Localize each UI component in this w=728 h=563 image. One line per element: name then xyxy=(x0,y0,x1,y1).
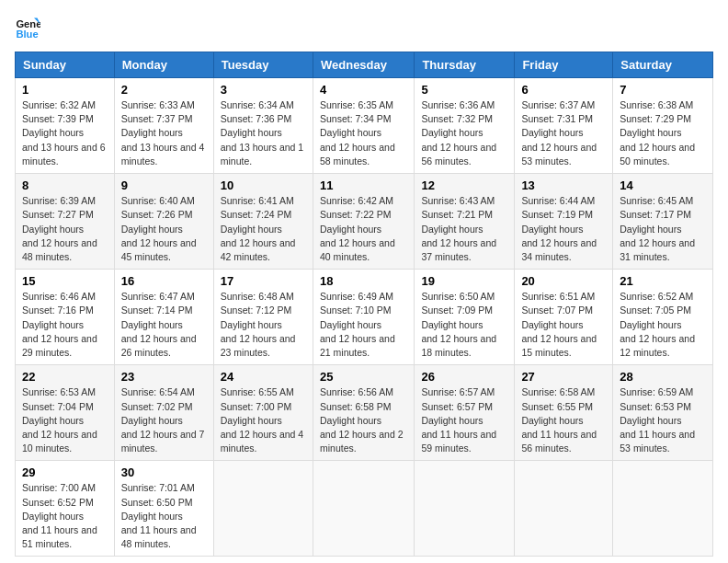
day-info: Sunrise: 6:36 AM Sunset: 7:32 PM Dayligh… xyxy=(421,98,507,168)
day-info: Sunrise: 6:52 AM Sunset: 7:05 PM Dayligh… xyxy=(620,290,706,360)
day-of-week-header: Saturday xyxy=(613,52,713,78)
day-info: Sunrise: 6:55 AM Sunset: 7:00 PM Dayligh… xyxy=(221,385,306,455)
day-info: Sunrise: 6:38 AM Sunset: 7:29 PM Dayligh… xyxy=(620,98,706,168)
day-info: Sunrise: 7:00 AM Sunset: 6:52 PM Dayligh… xyxy=(22,481,108,551)
day-number: 8 xyxy=(22,178,108,192)
day-number: 10 xyxy=(221,178,306,192)
calendar-cell: 15 Sunrise: 6:46 AM Sunset: 7:16 PM Dayl… xyxy=(16,270,115,365)
day-number: 11 xyxy=(320,178,407,192)
calendar-week-row: 8 Sunrise: 6:39 AM Sunset: 7:27 PM Dayli… xyxy=(16,174,713,270)
day-number: 18 xyxy=(320,274,407,288)
day-number: 15 xyxy=(22,274,108,288)
calendar-cell: 6 Sunrise: 6:37 AM Sunset: 7:31 PM Dayli… xyxy=(515,78,613,174)
day-of-week-header: Tuesday xyxy=(213,52,313,78)
calendar-cell: 3 Sunrise: 6:34 AM Sunset: 7:36 PM Dayli… xyxy=(213,78,313,174)
day-number: 27 xyxy=(521,370,606,384)
calendar-cell: 2 Sunrise: 6:33 AM Sunset: 7:37 PM Dayli… xyxy=(114,78,213,174)
day-number: 5 xyxy=(421,83,507,97)
day-info: Sunrise: 6:56 AM Sunset: 6:58 PM Dayligh… xyxy=(320,385,407,455)
calendar-header-row: SundayMondayTuesdayWednesdayThursdayFrid… xyxy=(16,52,713,78)
calendar-cell xyxy=(213,461,313,557)
day-number: 6 xyxy=(521,83,606,97)
calendar-cell: 25 Sunrise: 6:56 AM Sunset: 6:58 PM Dayl… xyxy=(313,365,414,461)
day-number: 7 xyxy=(620,83,706,97)
day-number: 21 xyxy=(620,274,706,288)
day-info: Sunrise: 6:58 AM Sunset: 6:55 PM Dayligh… xyxy=(521,385,606,455)
calendar-week-row: 1 Sunrise: 6:32 AM Sunset: 7:39 PM Dayli… xyxy=(16,78,713,174)
day-info: Sunrise: 6:44 AM Sunset: 7:19 PM Dayligh… xyxy=(521,194,606,264)
day-number: 9 xyxy=(121,178,207,192)
calendar-cell: 9 Sunrise: 6:40 AM Sunset: 7:26 PM Dayli… xyxy=(114,174,213,270)
calendar-cell: 26 Sunrise: 6:57 AM Sunset: 6:57 PM Dayl… xyxy=(415,365,515,461)
calendar-cell xyxy=(613,461,713,557)
day-number: 3 xyxy=(221,83,306,97)
day-number: 30 xyxy=(121,465,207,479)
day-number: 22 xyxy=(22,370,108,384)
day-info: Sunrise: 6:54 AM Sunset: 7:02 PM Dayligh… xyxy=(121,385,207,455)
calendar-table: SundayMondayTuesdayWednesdayThursdayFrid… xyxy=(15,52,713,557)
day-info: Sunrise: 6:53 AM Sunset: 7:04 PM Dayligh… xyxy=(22,385,108,455)
calendar-cell xyxy=(415,461,515,557)
day-number: 19 xyxy=(421,274,507,288)
calendar-cell: 27 Sunrise: 6:58 AM Sunset: 6:55 PM Dayl… xyxy=(515,365,613,461)
day-number: 26 xyxy=(421,370,507,384)
calendar-cell: 13 Sunrise: 6:44 AM Sunset: 7:19 PM Dayl… xyxy=(515,174,613,270)
calendar-cell: 20 Sunrise: 6:51 AM Sunset: 7:07 PM Dayl… xyxy=(515,270,613,365)
calendar-week-row: 29 Sunrise: 7:00 AM Sunset: 6:52 PM Dayl… xyxy=(16,461,713,557)
calendar-cell: 23 Sunrise: 6:54 AM Sunset: 7:02 PM Dayl… xyxy=(114,365,213,461)
day-info: Sunrise: 6:59 AM Sunset: 6:53 PM Dayligh… xyxy=(620,385,706,455)
logo-icon: General Blue xyxy=(15,15,40,40)
calendar-cell: 22 Sunrise: 6:53 AM Sunset: 7:04 PM Dayl… xyxy=(16,365,115,461)
logo: General Blue xyxy=(15,15,44,40)
day-number: 2 xyxy=(121,83,207,97)
day-info: Sunrise: 6:35 AM Sunset: 7:34 PM Dayligh… xyxy=(320,98,407,168)
day-number: 4 xyxy=(320,83,407,97)
day-of-week-header: Wednesday xyxy=(313,52,414,78)
day-number: 16 xyxy=(121,274,207,288)
day-info: Sunrise: 6:33 AM Sunset: 7:37 PM Dayligh… xyxy=(121,98,207,168)
day-info: Sunrise: 6:41 AM Sunset: 7:24 PM Dayligh… xyxy=(221,194,306,264)
day-number: 28 xyxy=(620,370,706,384)
calendar-cell: 17 Sunrise: 6:48 AM Sunset: 7:12 PM Dayl… xyxy=(213,270,313,365)
calendar-week-row: 15 Sunrise: 6:46 AM Sunset: 7:16 PM Dayl… xyxy=(16,270,713,365)
calendar-cell: 11 Sunrise: 6:42 AM Sunset: 7:22 PM Dayl… xyxy=(313,174,414,270)
day-info: Sunrise: 6:47 AM Sunset: 7:14 PM Dayligh… xyxy=(121,290,207,360)
day-number: 14 xyxy=(620,178,706,192)
calendar-cell: 10 Sunrise: 6:41 AM Sunset: 7:24 PM Dayl… xyxy=(213,174,313,270)
page-header: General Blue xyxy=(15,15,713,40)
day-number: 13 xyxy=(521,178,606,192)
calendar-cell: 18 Sunrise: 6:49 AM Sunset: 7:10 PM Dayl… xyxy=(313,270,414,365)
day-info: Sunrise: 6:49 AM Sunset: 7:10 PM Dayligh… xyxy=(320,290,407,360)
day-info: Sunrise: 6:48 AM Sunset: 7:12 PM Dayligh… xyxy=(221,290,306,360)
day-of-week-header: Sunday xyxy=(16,52,115,78)
day-info: Sunrise: 7:01 AM Sunset: 6:50 PM Dayligh… xyxy=(121,481,207,551)
calendar-cell xyxy=(515,461,613,557)
calendar-cell: 16 Sunrise: 6:47 AM Sunset: 7:14 PM Dayl… xyxy=(114,270,213,365)
day-number: 12 xyxy=(421,178,507,192)
day-info: Sunrise: 6:46 AM Sunset: 7:16 PM Dayligh… xyxy=(22,290,108,360)
calendar-cell: 12 Sunrise: 6:43 AM Sunset: 7:21 PM Dayl… xyxy=(415,174,515,270)
day-number: 29 xyxy=(22,465,108,479)
calendar-cell: 29 Sunrise: 7:00 AM Sunset: 6:52 PM Dayl… xyxy=(16,461,115,557)
day-number: 17 xyxy=(221,274,306,288)
calendar-cell xyxy=(313,461,414,557)
day-info: Sunrise: 6:32 AM Sunset: 7:39 PM Dayligh… xyxy=(22,98,108,168)
day-info: Sunrise: 6:50 AM Sunset: 7:09 PM Dayligh… xyxy=(421,290,507,360)
calendar-cell: 24 Sunrise: 6:55 AM Sunset: 7:00 PM Dayl… xyxy=(213,365,313,461)
day-number: 24 xyxy=(221,370,306,384)
day-info: Sunrise: 6:42 AM Sunset: 7:22 PM Dayligh… xyxy=(320,194,407,264)
day-info: Sunrise: 6:39 AM Sunset: 7:27 PM Dayligh… xyxy=(22,194,108,264)
day-info: Sunrise: 6:40 AM Sunset: 7:26 PM Dayligh… xyxy=(121,194,207,264)
day-number: 1 xyxy=(22,83,108,97)
day-number: 23 xyxy=(121,370,207,384)
day-of-week-header: Thursday xyxy=(415,52,515,78)
calendar-week-row: 22 Sunrise: 6:53 AM Sunset: 7:04 PM Dayl… xyxy=(16,365,713,461)
day-number: 25 xyxy=(320,370,407,384)
calendar-cell: 14 Sunrise: 6:45 AM Sunset: 7:17 PM Dayl… xyxy=(613,174,713,270)
calendar-cell: 21 Sunrise: 6:52 AM Sunset: 7:05 PM Dayl… xyxy=(613,270,713,365)
day-info: Sunrise: 6:57 AM Sunset: 6:57 PM Dayligh… xyxy=(421,385,507,455)
calendar-cell: 7 Sunrise: 6:38 AM Sunset: 7:29 PM Dayli… xyxy=(613,78,713,174)
calendar-cell: 30 Sunrise: 7:01 AM Sunset: 6:50 PM Dayl… xyxy=(114,461,213,557)
day-info: Sunrise: 6:51 AM Sunset: 7:07 PM Dayligh… xyxy=(521,290,606,360)
svg-text:Blue: Blue xyxy=(16,29,38,40)
